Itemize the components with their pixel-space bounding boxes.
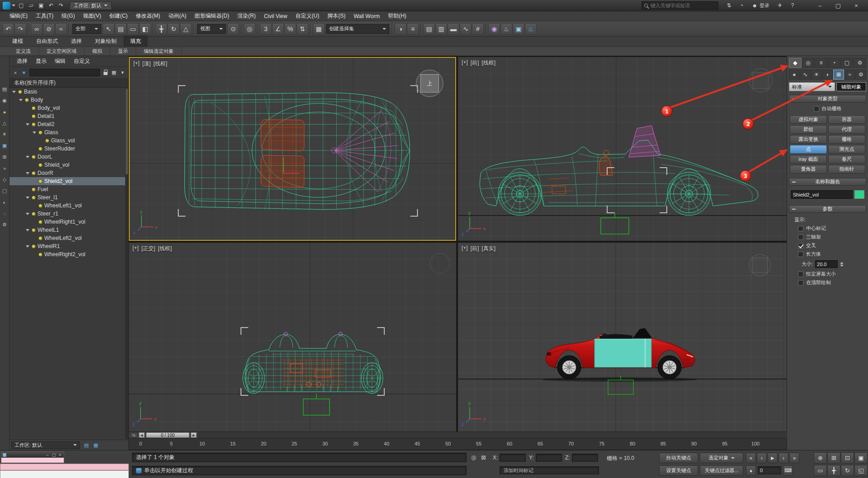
helper-button[interactable]: iray 截面 [790, 155, 827, 164]
tree-item[interactable]: Steer_r1 [9, 210, 125, 218]
workspace-layers-icon[interactable]: ▦ [93, 441, 99, 449]
menu-item[interactable]: 创建(C) [105, 11, 132, 21]
hierarchy-tab-icon[interactable]: ≡ [815, 58, 827, 68]
expand-icon[interactable] [26, 171, 30, 175]
reference-coordinate-dropdown[interactable]: 视图 [197, 24, 226, 34]
auto-key-button[interactable]: 自动关键点 [659, 453, 698, 463]
align-icon[interactable]: ≡ [407, 23, 419, 35]
shapes-category-icon[interactable]: ∿ [800, 70, 811, 80]
select-rotate-icon[interactable]: ↻ [168, 23, 179, 35]
orbit-icon[interactable]: ↻ [841, 465, 854, 476]
schematic-view-icon[interactable]: # [472, 23, 484, 35]
lock-icon[interactable] [102, 69, 108, 76]
help-icon[interactable]: ? [788, 1, 797, 10]
rollout-header[interactable]: 名称和颜色 [789, 178, 866, 186]
curve-editor-icon[interactable]: ∿ [460, 23, 472, 35]
filter-hidden-icon[interactable]: ◌ [1, 210, 9, 217]
viewport-shading-label[interactable]: [线框] [153, 60, 167, 68]
macro-recorder-line[interactable] [0, 464, 129, 470]
material-editor-icon[interactable]: ◉ [488, 23, 500, 35]
filter-spacewarps-icon[interactable]: ≈ [1, 165, 9, 172]
snaps-toggle-icon[interactable]: 3 [260, 23, 272, 35]
close-icon[interactable]: × [847, 0, 865, 11]
go-to-end-icon[interactable]: » [789, 453, 799, 463]
menu-item[interactable]: 修改器(M) [132, 11, 164, 21]
object-color-swatch[interactable] [854, 190, 864, 199]
ribbon-panel[interactable]: 定义流 [8, 47, 39, 56]
zoom-extents-all-icon[interactable]: ▣ [854, 452, 868, 464]
ribbon-tab[interactable]: 对象绘制 [89, 36, 123, 47]
param-checkbox-row[interactable]: 长方体 [790, 250, 865, 258]
redo-icon[interactable]: ↷ [14, 23, 26, 35]
explorer-search-input[interactable] [29, 69, 100, 76]
filter-shapes-icon[interactable]: △ [1, 120, 9, 127]
max-logo-icon[interactable] [3, 2, 10, 9]
helper-button[interactable]: 栅格 [828, 135, 865, 144]
scrollbar-thumb[interactable] [126, 89, 128, 174]
ribbon-tab[interactable]: 自由形式 [30, 36, 64, 47]
notification-icon[interactable]: ◔ [737, 1, 746, 10]
helper-button[interactable]: 露出变换 [790, 135, 827, 144]
next-frame-icon[interactable]: › [778, 453, 788, 463]
helper-button[interactable]: 卷尺 [828, 155, 865, 164]
expand-icon[interactable] [26, 212, 30, 216]
helper-button[interactable]: 点 [790, 145, 827, 154]
window-crossing-icon[interactable]: ◧ [139, 23, 151, 35]
viewport-view-label[interactable]: [前] [471, 59, 479, 67]
expand-icon[interactable] [19, 98, 23, 102]
search-input[interactable] [650, 3, 716, 8]
viewport-view-label[interactable]: [正交] [142, 245, 156, 253]
viewport-orthographic-view[interactable]: [+][正交][线框] [129, 243, 456, 431]
edit-named-sets-icon[interactable]: ▦ [313, 23, 325, 35]
sync-settings-icon[interactable]: ⇅ [724, 1, 733, 10]
filter-funnel-icon[interactable]: ▼ [21, 69, 27, 76]
tree-item[interactable]: WheelL1 [9, 226, 125, 234]
menu-item[interactable]: 动画(A) [164, 11, 190, 21]
ruler-tick[interactable]: 10 [199, 441, 205, 446]
pan-icon[interactable]: ╋ [827, 465, 840, 476]
menu-item[interactable]: Civil View [260, 12, 292, 20]
expand-icon[interactable] [33, 131, 37, 135]
ribbon-panel[interactable]: 编辑选定对象 [136, 47, 182, 56]
zoom-all-icon[interactable]: ⊞ [827, 452, 840, 464]
tree-item[interactable]: Fuel [9, 185, 125, 193]
menu-item[interactable]: 视图(V) [79, 11, 105, 21]
param-checkbox-row[interactable]: 三轴架 [790, 233, 865, 241]
tree-item[interactable]: Body_vol [9, 104, 125, 112]
key-mode-toggle[interactable]: ♦ [746, 465, 756, 476]
param-checkbox-row[interactable]: 在顶部绘制 [790, 278, 865, 287]
viewport-menu-icon[interactable]: [+] [133, 60, 140, 68]
menu-item[interactable]: 帮助(H) [384, 11, 410, 21]
x-coordinate-field[interactable] [500, 454, 526, 462]
param-checkbox-row[interactable]: 中心标记 [790, 224, 865, 233]
ribbon-panel[interactable]: 模拟 [85, 47, 110, 56]
named-selection-sets-dropdown[interactable]: 创建选择集 [326, 24, 389, 34]
expand-icon[interactable] [26, 122, 30, 127]
ruler-tick[interactable]: 100 [751, 441, 760, 446]
ruler-tick[interactable]: 65 [538, 441, 543, 446]
ruler-tick[interactable]: 95 [722, 441, 727, 446]
selection-filter-dropdown[interactable]: 全部 [72, 24, 101, 34]
rollout-header[interactable]: 参数 [789, 205, 866, 213]
explorer-scrollbar[interactable] [125, 88, 128, 439]
explorer-settings-icon[interactable]: ⚙ [1, 221, 9, 228]
param-checkbox-row[interactable]: 交叉 [790, 241, 865, 250]
ribbon-toggle-icon[interactable]: ▬ [448, 23, 459, 35]
key-mode-dropdown[interactable]: 选定对象 [700, 453, 743, 463]
set-key-button[interactable]: 设置关键点 [659, 465, 698, 476]
ruler-tick[interactable]: 85 [660, 441, 666, 446]
helper-button[interactable]: 指南针 [828, 165, 865, 173]
menu-item[interactable]: 渲染(R) [233, 11, 260, 21]
explorer-menu[interactable]: 自定义 [70, 56, 94, 66]
clear-search-icon[interactable]: × [12, 69, 19, 76]
zoom-icon[interactable]: ⊕ [814, 452, 827, 464]
ribbon-panel[interactable]: 定义空闲区域 [39, 47, 85, 56]
mirror-icon[interactable]: ◑ [395, 23, 406, 35]
tree-item[interactable]: Glass_vol [9, 136, 125, 145]
tree-item[interactable]: Shield2_vol [9, 177, 125, 185]
selection-lock-toggle[interactable]: ⊠ [481, 454, 486, 461]
spinner-snap-icon[interactable]: ⇅ [297, 23, 308, 35]
viewport-view-label[interactable]: [顶] [142, 60, 151, 68]
go-to-start-icon[interactable]: « [746, 453, 756, 463]
select-manipulate-icon[interactable]: ◎ [244, 23, 255, 35]
